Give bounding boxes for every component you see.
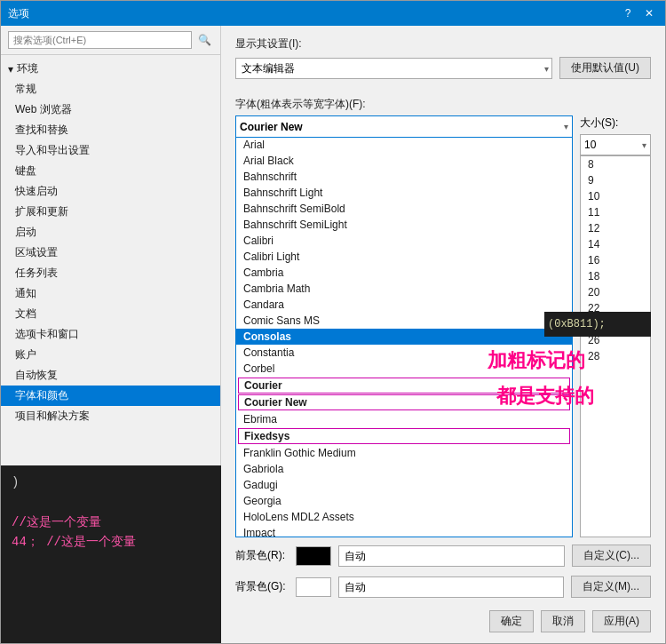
fg-color-dropdown[interactable]: 自动 [338, 545, 565, 567]
font-label: 字体(粗体表示等宽字体)(F): [235, 97, 651, 112]
font-list-item[interactable]: Arial [236, 137, 572, 153]
bg-color-preview [296, 577, 331, 597]
size-label: 大小(S): [580, 115, 651, 131]
font-list-item[interactable]: Bahnschrift Light [236, 185, 572, 201]
bg-color-row: 背景色(G): 自动 自定义(M)... [235, 576, 651, 598]
tree-item[interactable]: 项目和解决方案 [1, 406, 220, 426]
search-box: 🔍 [1, 26, 220, 55]
font-list-item[interactable]: Ebrima [236, 411, 572, 427]
bg-code-line-1: ) [12, 473, 210, 492]
tree-item[interactable]: 任务列表 [1, 263, 220, 283]
font-list[interactable]: ArialArial BlackBahnschriftBahnschrift L… [235, 137, 573, 537]
font-list-item[interactable]: Bahnschrift SemiBold [236, 201, 572, 217]
tree-item[interactable]: 通知 [1, 283, 220, 304]
tree-item[interactable]: 启动 [1, 222, 220, 242]
font-list-item[interactable]: Calibri [236, 233, 572, 249]
font-list-item[interactable]: Bahnschrift [236, 169, 572, 185]
font-list-item[interactable]: Arial Black [236, 153, 572, 169]
font-list-item[interactable]: Gabriola [236, 461, 572, 477]
dialog-window: 选项 ? ✕ 🔍 ▾ 环境 常规Web 浏览器查找和替换导入和导出设置键盘快速启… [0, 0, 666, 644]
font-list-item[interactable]: Bahnschrift SemiLight [236, 217, 572, 233]
tree-item[interactable]: 键盘 [1, 161, 220, 181]
tree-item[interactable]: 账户 [1, 345, 220, 365]
fg-dropdown-wrapper: 自动 [338, 545, 565, 567]
display-dropdown-row: 文本编辑器 ▾ 使用默认值(U) [235, 57, 651, 79]
search-icon-button[interactable]: 🔍 [195, 31, 213, 49]
font-selected-box[interactable]: Courier New ▾ [235, 115, 573, 137]
font-list-item[interactable]: Courier [238, 378, 570, 394]
tree-item[interactable]: 选项卡和窗口 [1, 324, 220, 345]
tree-item[interactable]: Web 浏览器 [1, 99, 220, 120]
size-list-item[interactable]: 10 [581, 188, 650, 204]
customize-bg-button[interactable]: 自定义(M)... [571, 576, 651, 598]
font-list-item[interactable]: Franklin Gothic Medium [236, 445, 572, 461]
font-list-item[interactable]: Constantia [236, 345, 572, 361]
font-list-item[interactable]: Corbel [236, 361, 572, 377]
close-button[interactable]: ✕ [640, 4, 658, 22]
font-list-item[interactable]: Fixedsys [238, 428, 570, 444]
tree-item[interactable]: 快速启动 [1, 181, 220, 202]
hex-overlay: (0xB811); [544, 312, 651, 337]
tree-item[interactable]: 扩展和更新 [1, 202, 220, 222]
bg-label: 背景色(G): [235, 579, 289, 594]
environment-arrow-icon: ▾ [8, 63, 13, 76]
font-list-item[interactable]: Georgia [236, 493, 572, 509]
font-list-item[interactable]: Cambria [236, 265, 572, 281]
fg-color-preview [296, 546, 331, 566]
bg-code-line-2 [12, 492, 210, 512]
font-list-item[interactable]: Cambria Math [236, 281, 572, 297]
fg-color-row: 前景色(R): 自动 自定义(C)... [235, 545, 651, 567]
bg-code-line-4: 44； //这是一个变量 [12, 532, 210, 552]
fg-label: 前景色(R): [235, 548, 289, 563]
tree-environment-group[interactable]: ▾ 环境 [1, 59, 220, 79]
tree-item[interactable]: 常规 [1, 79, 220, 99]
apply-button[interactable]: 应用(A) [592, 610, 651, 632]
size-list-item[interactable]: 14 [581, 236, 650, 252]
display-dropdown[interactable]: 文本编辑器 [235, 58, 552, 79]
help-button[interactable]: ? [619, 4, 637, 22]
tree-item[interactable]: 查找和替换 [1, 120, 220, 140]
size-list-item[interactable]: 8 [581, 156, 650, 172]
title-bar-buttons: ? ✕ [619, 4, 658, 22]
ok-button[interactable]: 确定 [489, 610, 534, 632]
bottom-buttons: 确定 取消 应用(A) [235, 603, 651, 632]
font-list-item[interactable]: Calibri Light [236, 249, 572, 265]
size-selected-box[interactable]: 10 ▾ [580, 134, 651, 155]
bg-code-block: ) //这是一个变量 44； //这是一个变量 [1, 465, 221, 560]
size-selected-text: 10 [584, 139, 642, 151]
font-list-item[interactable]: Candara [236, 297, 572, 313]
tree-item[interactable]: 导入和导出设置 [1, 140, 220, 161]
font-list-item[interactable]: Comic Sans MS [236, 313, 572, 329]
cancel-button[interactable]: 取消 [541, 610, 585, 632]
title-bar: 选项 ? ✕ [1, 1, 665, 26]
size-list-item[interactable]: 18 [581, 268, 650, 284]
size-list-item[interactable]: 12 [581, 220, 650, 236]
customize-fg-button[interactable]: 自定义(C)... [572, 545, 651, 567]
tree-items: 常规Web 浏览器查找和替换导入和导出设置键盘快速启动扩展和更新启动区域设置任务… [1, 79, 220, 426]
display-dropdown-wrapper: 文本编辑器 ▾ [235, 58, 552, 79]
size-list-item[interactable]: 11 [581, 204, 650, 220]
font-list-item[interactable]: Courier New [238, 394, 570, 410]
size-list-item[interactable]: 9 [581, 172, 650, 188]
font-list-item[interactable]: Gadugi [236, 477, 572, 493]
use-default-button[interactable]: 使用默认值(U) [559, 57, 651, 79]
size-list-item[interactable]: 20 [581, 284, 650, 300]
background-editor: ) //这是一个变量 44； //这是一个变量 [1, 465, 221, 643]
size-dropdown-arrow-icon: ▾ [642, 140, 646, 150]
font-column: Courier New ▾ ArialArial BlackBahnschrif… [235, 115, 573, 537]
tree-item[interactable]: 区域设置 [1, 242, 220, 263]
display-settings-label: 显示其设置(I): [235, 36, 651, 52]
tree-item[interactable]: 自动恢复 [1, 365, 220, 386]
font-list-item[interactable]: Impact [236, 525, 572, 537]
size-list-item[interactable]: 28 [581, 348, 650, 364]
size-list[interactable]: 891011121416182022242628 [580, 155, 651, 537]
bg-color-dropdown[interactable]: 自动 [338, 576, 564, 598]
search-input[interactable] [8, 31, 192, 49]
font-list-item[interactable]: Consolas [236, 329, 572, 345]
tree-item[interactable]: 文档 [1, 304, 220, 324]
size-list-item[interactable]: 16 [581, 252, 650, 268]
bg-dropdown-wrapper: 自动 [338, 576, 564, 598]
font-list-item[interactable]: HoloLens MDL2 Assets [236, 509, 572, 525]
window-title: 选项 [8, 6, 29, 21]
tree-item[interactable]: 字体和颜色 [1, 386, 220, 406]
